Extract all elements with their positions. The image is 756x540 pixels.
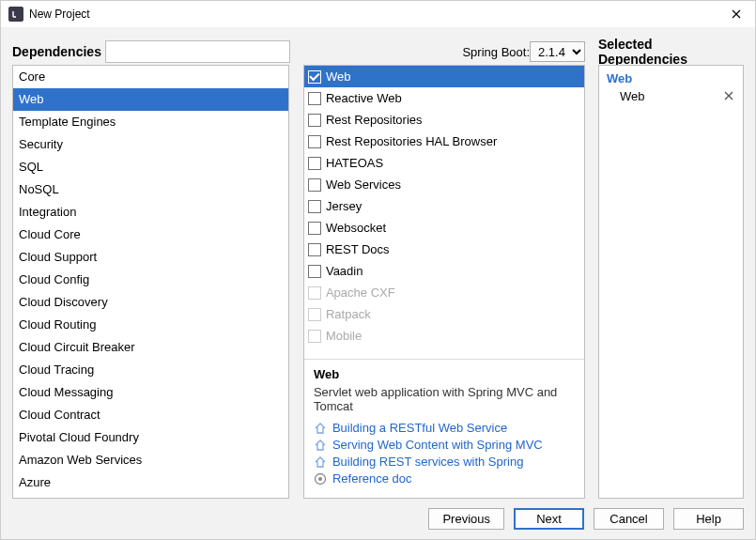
previous-button[interactable]: Previous <box>428 508 504 530</box>
category-item[interactable]: Cloud Circuit Breaker <box>13 336 288 359</box>
category-item[interactable]: Cloud Config <box>13 269 288 291</box>
detail-link-label: Serving Web Content with Spring MVC <box>332 438 543 452</box>
dependency-checkbox[interactable] <box>308 92 321 105</box>
detail-link[interactable]: Serving Web Content with Spring MVC <box>314 438 575 452</box>
category-item[interactable]: Cloud Discovery <box>13 291 288 314</box>
dependency-label: Apache CXF <box>326 284 395 301</box>
dependency-item[interactable]: Reactive Web <box>304 87 584 109</box>
new-project-window: New Project Dependencies CoreWebTemplate… <box>0 0 756 540</box>
dependency-checkbox[interactable] <box>308 135 321 148</box>
dependency-item: Ratpack <box>304 303 584 325</box>
dependency-panel: WebReactive WebRest RepositoriesRest Rep… <box>303 65 585 499</box>
selected-column: Selected Dependencies WebWeb <box>598 39 744 499</box>
selected-header: Selected Dependencies <box>598 39 744 65</box>
dependency-item[interactable]: Vaadin <box>304 260 584 282</box>
dependency-checkbox[interactable] <box>308 157 321 170</box>
columns: Dependencies CoreWebTemplate EnginesSecu… <box>12 39 744 499</box>
category-list[interactable]: CoreWebTemplate EnginesSecuritySQLNoSQLI… <box>12 65 289 499</box>
dependency-checkbox[interactable] <box>308 265 321 278</box>
remove-selected-button[interactable] <box>722 89 735 103</box>
dependency-item: Apache CXF <box>304 282 584 303</box>
category-item[interactable]: Security <box>13 133 288 156</box>
dependency-checkbox[interactable] <box>308 114 321 127</box>
category-item[interactable]: Template Engines <box>13 111 288 133</box>
category-item[interactable]: Amazon Web Services <box>13 449 288 471</box>
dependency-checkbox <box>308 308 321 321</box>
detail-title: Web <box>314 367 575 381</box>
home-icon <box>314 422 327 435</box>
category-item[interactable]: Integration <box>13 201 288 224</box>
dependency-detail: Web Servlet web application with Spring … <box>304 360 584 498</box>
category-item[interactable]: Core <box>13 66 288 88</box>
dependency-item[interactable]: Jersey <box>304 195 584 217</box>
category-item[interactable]: Cloud Messaging <box>13 381 288 404</box>
category-item[interactable]: Web <box>13 88 288 111</box>
selected-item: Web <box>599 87 743 105</box>
dependency-item[interactable]: Web <box>304 66 584 87</box>
dependency-checkbox[interactable] <box>308 200 321 213</box>
spring-boot-version-select[interactable]: 2.1.4 <box>530 41 585 62</box>
dependency-checkbox[interactable] <box>308 70 321 84</box>
category-item[interactable]: NoSQL <box>13 178 288 201</box>
help-button[interactable]: Help <box>673 508 744 530</box>
dependency-label: HATEOAS <box>326 154 383 172</box>
dependency-label: Web <box>326 68 351 85</box>
dependency-checkbox[interactable] <box>308 222 321 235</box>
dependency-label: Rest Repositories <box>326 111 423 129</box>
detail-link[interactable]: Building a RESTful Web Service <box>314 421 575 435</box>
category-item[interactable]: Cloud Contract <box>13 404 288 426</box>
dependency-item[interactable]: Rest Repositories <box>304 109 584 131</box>
dialog-body: Dependencies CoreWebTemplate EnginesSecu… <box>1 27 755 539</box>
footer-buttons: Previous Next Cancel Help <box>12 499 744 530</box>
doc-icon <box>314 472 327 486</box>
close-icon <box>724 91 733 100</box>
dependency-item[interactable]: REST Docs <box>304 239 584 260</box>
detail-link[interactable]: Reference doc <box>314 471 575 486</box>
close-button[interactable] <box>725 5 748 23</box>
svg-point-4 <box>318 477 322 481</box>
category-item[interactable]: Azure <box>13 471 288 494</box>
category-item[interactable]: SQL <box>13 156 288 178</box>
detail-description: Servlet web application with Spring MVC … <box>314 385 575 413</box>
next-button[interactable]: Next <box>514 508 584 530</box>
search-input[interactable] <box>105 40 290 63</box>
category-item[interactable]: Cloud Core <box>13 224 288 246</box>
category-item[interactable]: Pivotal Cloud Foundry <box>13 426 288 449</box>
home-icon <box>314 439 327 452</box>
dependency-label: Vaadin <box>326 262 363 280</box>
dependency-label: Rest Repositories HAL Browser <box>326 132 497 150</box>
dependency-item[interactable]: Websocket <box>304 217 584 239</box>
search-container <box>105 40 290 63</box>
dependency-item[interactable]: Rest Repositories HAL Browser <box>304 131 584 152</box>
selected-dependencies-label: Selected Dependencies <box>598 37 744 67</box>
cancel-button[interactable]: Cancel <box>594 508 664 530</box>
window-title: New Project <box>29 8 725 21</box>
detail-link[interactable]: Building REST services with Spring <box>314 455 575 469</box>
selected-item-label: Web <box>607 89 722 103</box>
category-item[interactable]: Cloud Support <box>13 246 288 269</box>
category-item[interactable]: Cloud Tracing <box>13 359 288 381</box>
dependency-item[interactable]: Web Services <box>304 174 584 195</box>
categories-header: Dependencies <box>12 39 290 65</box>
dependency-checkbox[interactable] <box>308 243 321 256</box>
titlebar: New Project <box>1 1 755 27</box>
category-item[interactable]: Cloud Routing <box>13 314 288 336</box>
dependency-checkbox[interactable] <box>308 178 321 192</box>
app-icon <box>8 7 23 22</box>
home-icon <box>314 455 327 469</box>
close-icon <box>732 9 741 19</box>
dependency-label: Jersey <box>326 197 362 215</box>
dependency-label: Websocket <box>326 219 386 237</box>
dependency-item[interactable]: HATEOAS <box>304 152 584 174</box>
dependency-item: Mobile <box>304 325 584 347</box>
categories-column: Dependencies CoreWebTemplate EnginesSecu… <box>12 39 290 499</box>
dependency-checkbox <box>308 330 321 343</box>
detail-link-label: Building a RESTful Web Service <box>332 421 507 435</box>
dependencies-label: Dependencies <box>12 44 101 59</box>
dependency-checkbox <box>308 286 321 300</box>
detail-link-label: Reference doc <box>332 471 412 486</box>
dependency-list[interactable]: WebReactive WebRest RepositoriesRest Rep… <box>304 66 584 360</box>
dependency-label: Web Services <box>326 176 401 193</box>
dependency-label: Mobile <box>326 327 362 345</box>
dependencies-column: Spring Boot: 2.1.4 WebReactive WebRest R… <box>303 39 585 499</box>
